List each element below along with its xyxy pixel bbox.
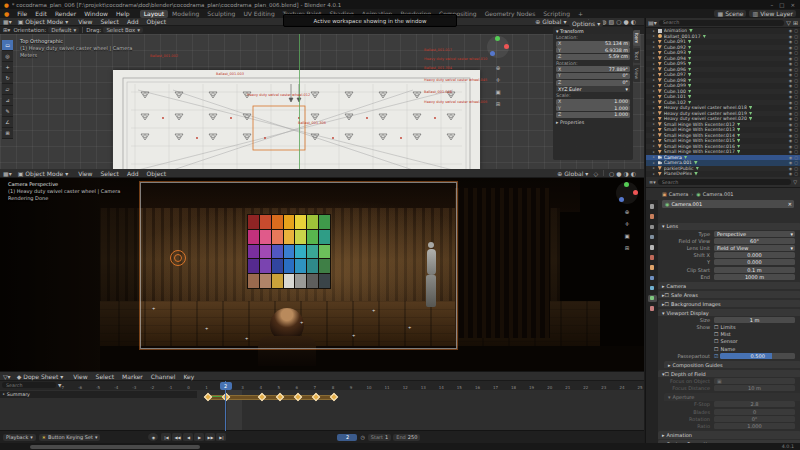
scene-selector[interactable]: ▦Scene — [714, 10, 746, 17]
disable-render-icon[interactable]: ▢ — [794, 83, 798, 88]
workspace-tab[interactable]: Layout — [140, 10, 168, 18]
sensor-checkbox[interactable]: ☐ — [714, 338, 718, 344]
background-images-checkbox[interactable]: ☐ — [665, 301, 669, 307]
navigation-gizmo[interactable] — [487, 36, 509, 58]
drag-dropdown[interactable]: Select Box▾ — [103, 27, 143, 33]
disclosure-triangle-icon[interactable]: ▸ — [653, 139, 655, 143]
hide-eye-icon[interactable]: ◉ — [789, 111, 793, 116]
shading-solid-icon[interactable]: ● — [616, 170, 621, 177]
hide-eye-icon[interactable]: ◉ — [789, 34, 793, 39]
disclosure-triangle-icon[interactable]: ▸ — [653, 144, 655, 148]
editor-type-icon[interactable]: ▦▾ — [0, 170, 15, 177]
viewport-menu-item[interactable]: Select — [96, 170, 123, 177]
object-properties-tab[interactable] — [648, 264, 657, 271]
disable-render-icon[interactable]: ▢ — [794, 122, 798, 127]
hide-eye-icon[interactable]: ◉ — [789, 78, 793, 83]
lens-unit-dropdown[interactable]: Field of View▾ — [714, 245, 795, 251]
disclosure-triangle-icon[interactable]: ▸ — [653, 122, 655, 126]
dopesheet-menu-item[interactable]: Marker — [118, 373, 147, 380]
rotation-z-field[interactable]: Z0° — [556, 80, 630, 86]
frame-end-field[interactable]: End250 — [393, 434, 420, 441]
disable-render-icon[interactable]: ▢ — [794, 34, 798, 39]
dof-checkbox[interactable]: ☐ — [665, 371, 669, 377]
ortho-toggle-icon[interactable]: ⊞ — [494, 100, 502, 108]
disclosure-triangle-icon[interactable]: ▸ — [653, 100, 655, 104]
breadcrumb-data[interactable]: Camera.001 — [703, 191, 734, 197]
disable-render-icon[interactable]: ▢ — [794, 111, 798, 116]
viewport-top-canvas[interactable]: Ballast_001.017 Heavy duty swivel caster… — [0, 34, 644, 169]
minimize-button[interactable]: – — [770, 2, 773, 8]
disable-render-icon[interactable]: ▢ — [794, 133, 798, 138]
timeline-ruler[interactable]: -7-6-5-4-3-2-101234567891011121314151617… — [0, 381, 644, 390]
camera-view-icon[interactable]: ▣ — [623, 232, 631, 240]
shading-wireframe-icon[interactable]: ○ — [609, 170, 614, 177]
disable-render-icon[interactable]: ▢ — [794, 67, 798, 72]
hide-eye-icon[interactable]: ◉ — [789, 116, 793, 121]
scale-tool[interactable]: ▱ — [2, 84, 13, 95]
playback-dropdown[interactable]: Playback▾ — [3, 434, 36, 441]
hide-eye-icon[interactable]: ◉ — [789, 166, 793, 171]
workspace-tab[interactable]: Geometry Nodes — [481, 10, 540, 18]
pan-view-icon[interactable]: ✛ — [494, 76, 502, 84]
shading-rendered-icon[interactable]: ◐ — [631, 18, 636, 25]
sidebar-tab[interactable]: View — [633, 65, 640, 82]
disclosure-triangle-icon[interactable]: ▸ — [653, 40, 655, 44]
disable-render-icon[interactable]: ▢ — [794, 166, 798, 171]
hide-eye-icon[interactable]: ◉ — [789, 122, 793, 127]
dopesheet-search-input[interactable] — [2, 382, 56, 388]
viewport-menu-item[interactable]: Add — [123, 18, 143, 25]
editor-type-icon[interactable]: ▦▾ — [0, 18, 15, 25]
disclosure-triangle-icon[interactable]: ▸ — [653, 84, 655, 88]
mist-checkbox[interactable]: ☐ — [714, 331, 718, 337]
filter-icon[interactable]: ▽ — [786, 19, 791, 26]
scale-y-field[interactable]: Y1.000 — [556, 105, 630, 111]
disclosure-triangle-icon[interactable]: ▸ — [653, 73, 655, 77]
disclosure-triangle-icon[interactable]: ▸ — [653, 34, 655, 38]
type-dropdown[interactable]: Perspective▾ — [714, 231, 795, 237]
aperture-panel-header[interactable]: ▾ Aperture — [664, 393, 800, 401]
workspace-tab[interactable]: UV Editing — [239, 10, 278, 18]
camera-view-icon[interactable]: ▣ — [494, 88, 502, 96]
dopesheet-mode-dropdown[interactable]: ◆Dope Sheet▾ — [14, 373, 67, 380]
pan-view-icon[interactable]: ✛ — [623, 220, 631, 228]
blades-field[interactable]: 0 — [714, 409, 795, 415]
view-layer-selector[interactable]: ▥View Layer — [749, 10, 796, 17]
hide-eye-icon[interactable]: ◉ — [789, 138, 793, 143]
disclosure-triangle-icon[interactable]: ▸ — [653, 56, 655, 60]
frame-start-field[interactable]: Start1 — [368, 434, 391, 441]
transport-button[interactable]: ◀◀ — [172, 433, 182, 441]
current-frame-badge[interactable]: 2 — [220, 382, 232, 390]
viewport-menu-item[interactable]: Object — [143, 18, 171, 25]
disable-render-icon[interactable]: ▢ — [794, 56, 798, 61]
rotation-mode-dropdown[interactable]: XYZ Euler▾ — [556, 86, 630, 92]
camera-frame-border[interactable] — [140, 182, 457, 349]
hide-eye-icon[interactable]: ◉ — [789, 160, 793, 165]
menu-item[interactable]: Edit — [31, 10, 51, 17]
hide-eye-icon[interactable]: ◉ — [789, 61, 793, 66]
transform-orientation-dropdown[interactable]: ⊕Global▾ — [532, 18, 569, 25]
physics-properties-tab[interactable] — [648, 285, 657, 292]
filter-dropdown-icon[interactable]: ▽▾ — [0, 373, 14, 380]
workspace-tab[interactable]: + — [574, 10, 587, 18]
disable-render-icon[interactable]: ▢ — [794, 45, 798, 50]
viewport-display-panel-header[interactable]: ▾ Viewport Display — [658, 309, 800, 317]
transport-button[interactable]: ▶| — [216, 433, 226, 441]
disclosure-triangle-icon[interactable]: ▸ — [653, 133, 655, 137]
clip-start-field[interactable]: 0.1 m — [714, 267, 795, 273]
navigation-gizmo[interactable] — [616, 182, 638, 204]
disclosure-triangle-icon[interactable]: ▸ — [653, 95, 655, 99]
viewport-menu-item[interactable]: View — [74, 18, 96, 25]
lens-panel-header[interactable]: ▾ Lens — [658, 223, 800, 231]
select-box-tool[interactable]: ▭ — [2, 40, 13, 51]
disable-render-icon[interactable]: ▢ — [794, 105, 798, 110]
shading-solid-icon[interactable]: ● — [624, 18, 629, 25]
view-layer-properties-tab[interactable] — [648, 234, 657, 241]
animation-panel-header[interactable]: ▸ Animation — [658, 431, 800, 439]
disclosure-triangle-icon[interactable]: ▸ — [653, 166, 655, 170]
scale-x-field[interactable]: X1.000 — [556, 99, 630, 105]
disclosure-triangle-icon[interactable]: ▸ — [653, 89, 655, 93]
properties-search-input[interactable] — [658, 179, 791, 185]
outliner-search-input[interactable] — [659, 20, 785, 26]
outliner-row[interactable]: ▸ PlaneDePlex ◉ ▢ — [646, 171, 800, 177]
tool-settings-icon[interactable]: ⊞▾ — [0, 27, 13, 33]
